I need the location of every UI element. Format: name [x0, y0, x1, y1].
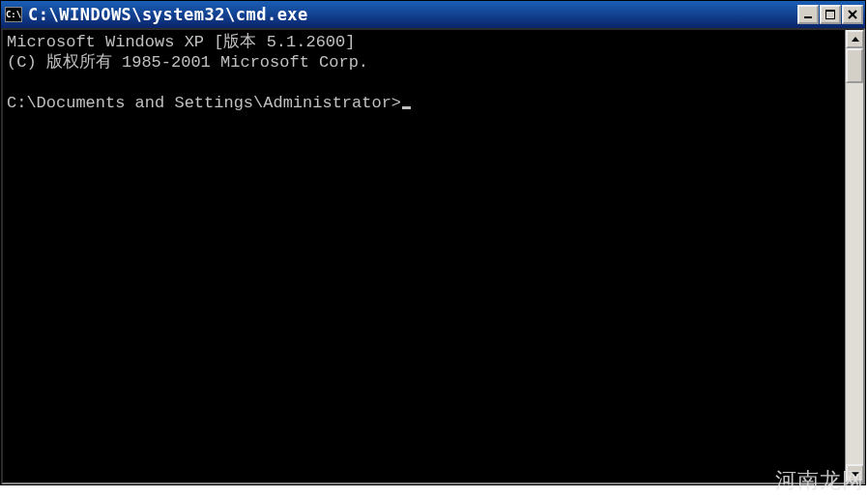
minimize-button[interactable]	[797, 5, 819, 24]
maximize-button[interactable]	[820, 5, 841, 24]
vertical-scrollbar[interactable]	[845, 30, 863, 482]
cmd-icon: C:\	[5, 7, 22, 22]
svg-marker-5	[852, 37, 859, 42]
cursor	[402, 106, 411, 109]
close-icon	[848, 10, 857, 19]
chevron-up-icon	[852, 36, 859, 44]
svg-rect-2	[825, 10, 835, 12]
close-button[interactable]	[842, 5, 863, 24]
scroll-thumb[interactable]	[846, 48, 863, 83]
chevron-down-icon	[852, 470, 859, 478]
console-prompt: C:\Documents and Settings\Administrator>	[7, 94, 401, 112]
window-controls	[796, 5, 863, 24]
titlebar[interactable]: C:\ C:\WINDOWS\system32\cmd.exe	[1, 1, 865, 28]
console-line: (C) 版权所有 1985-2001 Microsoft Corp.	[7, 53, 368, 72]
window-title: C:\WINDOWS\system32\cmd.exe	[28, 5, 796, 24]
maximize-icon	[825, 10, 835, 19]
scroll-up-button[interactable]	[846, 30, 864, 48]
svg-rect-0	[804, 16, 812, 18]
client-area: Microsoft Windows XP [版本 5.1.2600] (C) 版…	[1, 28, 865, 484]
console-output[interactable]: Microsoft Windows XP [版本 5.1.2600] (C) 版…	[3, 30, 845, 482]
scroll-track[interactable]	[846, 48, 863, 464]
scroll-down-button[interactable]	[846, 464, 864, 482]
cmd-window: C:\ C:\WINDOWS\system32\cmd.exe Microsof…	[0, 0, 866, 485]
minimize-icon	[803, 10, 813, 19]
svg-marker-6	[852, 472, 859, 477]
console-line: Microsoft Windows XP [版本 5.1.2600]	[7, 33, 355, 51]
